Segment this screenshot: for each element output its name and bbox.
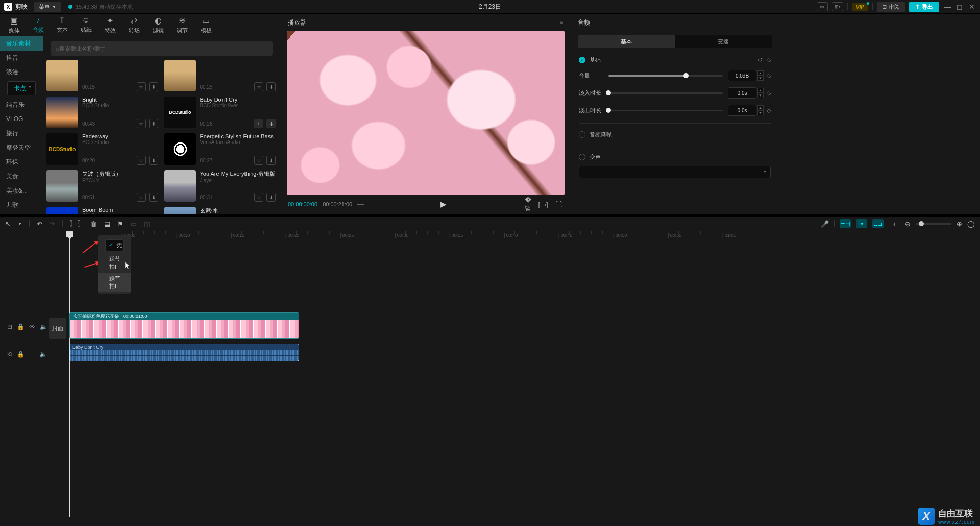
track-item[interactable]: 00:15☆⬇ — [46, 60, 158, 91]
category-美妆&...[interactable]: 美妆&... — [0, 183, 43, 198]
video-clip[interactable]: 实景拍摄粉色樱花花朵00:00:21:00 — [69, 312, 299, 339]
review-button[interactable]: ⊡审阅 — [877, 2, 905, 12]
tab-媒体[interactable]: ▣媒体 — [2, 16, 26, 34]
category-纯音乐[interactable]: 纯音乐 — [0, 98, 43, 112]
track-cover[interactable] — [46, 97, 78, 128]
search-input[interactable]: ⌕ 搜索歌曲名称/歌手 — [51, 41, 273, 56]
track-cover[interactable] — [46, 170, 78, 202]
basic-checkbox[interactable]: ✓ — [579, 57, 585, 63]
beat-tool[interactable]: ⬓ — [104, 220, 110, 228]
track-cover[interactable] — [46, 60, 78, 91]
scan-icon[interactable]: �범 — [523, 196, 533, 213]
select-tool[interactable]: ↖ — [5, 220, 11, 228]
category-儿歌[interactable]: 儿歌 — [0, 198, 43, 212]
noise-checkbox[interactable] — [579, 131, 585, 138]
fav-button[interactable]: ☆ — [254, 156, 263, 165]
align-icon[interactable]: ⫞ — [889, 219, 900, 228]
download-button[interactable]: ⬇ — [149, 193, 158, 202]
cover-tile[interactable]: 封面 — [49, 318, 66, 339]
fullscreen-icon[interactable]: ⛶ — [553, 201, 564, 208]
zoom-in[interactable]: ⊕ — [957, 220, 962, 228]
voice-select[interactable] — [579, 166, 771, 178]
fit-icon[interactable]: ◯ — [967, 220, 975, 228]
track-item[interactable]: You Are My Everything-剪辑版Jiaye00:31☆⬇ — [164, 170, 276, 202]
step-down[interactable]: ▼ — [757, 93, 764, 98]
param-value[interactable]: 0.0s — [728, 105, 756, 116]
fav-button[interactable]: ☆ — [254, 82, 263, 91]
download-button[interactable]: ⬇ — [266, 119, 276, 128]
audio-toggle-icon[interactable]: ⟲ — [7, 351, 12, 358]
audio-lock-icon[interactable]: 🔒 — [17, 351, 24, 358]
track-item[interactable]: 玄武·水JINACTION☆⬇ — [164, 207, 276, 214]
param-keyframe-icon[interactable]: ◇ — [767, 107, 771, 114]
subtab-basic[interactable]: 基本 — [578, 35, 675, 48]
fav-button[interactable]: ☆ — [254, 193, 263, 202]
dropdown-item[interactable]: 踩节拍II — [98, 273, 131, 292]
category-旅行[interactable]: 旅行 — [0, 126, 43, 140]
audio-mute-icon[interactable]: 🔈 — [39, 351, 47, 358]
track-eye-icon[interactable]: 👁 — [29, 323, 35, 330]
close-button[interactable]: ✕ — [968, 3, 976, 11]
download-button[interactable]: ⬇ — [149, 82, 158, 91]
reset-icon[interactable]: ↺ — [758, 57, 763, 63]
player-menu-icon[interactable]: ≡ — [560, 19, 564, 26]
step-up[interactable]: ▲ — [757, 70, 764, 76]
layout-button-2[interactable]: ⊞▾ — [832, 2, 843, 11]
param-keyframe-icon[interactable]: ◇ — [767, 73, 771, 79]
track-cover[interactable]: BCDStudio — [164, 97, 196, 128]
voice-checkbox[interactable] — [579, 154, 585, 160]
tab-特效[interactable]: ✦特效 — [98, 16, 122, 34]
category-浪漫[interactable]: 浪漫 — [0, 65, 43, 79]
param-slider[interactable] — [608, 75, 723, 77]
minimize-button[interactable]: — — [943, 3, 951, 11]
keyframe-icon[interactable]: ◇ — [767, 57, 771, 63]
subtab-speed[interactable]: 变速 — [675, 35, 772, 48]
magnet-3[interactable]: ⊏⊐ — [872, 219, 884, 228]
select-mode[interactable]: ▼ — [18, 222, 22, 226]
param-value[interactable]: 0.0dB — [728, 70, 756, 81]
magnet-2[interactable]: ✦ — [856, 219, 867, 228]
layout-button-1[interactable]: ▭ — [817, 2, 828, 11]
track-item[interactable]: Energetic Stylish Future BassVensAdamsAu… — [164, 133, 276, 165]
flag-tool[interactable]: ⚑ — [117, 220, 124, 228]
track-mute-icon[interactable]: 🔈 — [40, 323, 47, 330]
category-VLOG[interactable]: VLOG — [0, 112, 43, 126]
param-slider[interactable] — [608, 110, 723, 111]
step-down[interactable]: ▼ — [757, 76, 764, 81]
list-icon[interactable] — [357, 203, 364, 206]
param-slider[interactable] — [608, 92, 723, 94]
download-button[interactable]: ⬇ — [149, 119, 158, 128]
fav-button[interactable]: ☆ — [137, 156, 146, 165]
redo-button[interactable]: ↷ — [50, 220, 55, 228]
zoom-out[interactable]: ⊖ — [905, 220, 911, 228]
vip-badge[interactable]: VIP — [852, 3, 868, 11]
mic-icon[interactable]: 🎤 — [821, 220, 829, 228]
download-button[interactable]: ⬇ — [266, 193, 276, 202]
track-cover[interactable] — [164, 170, 196, 202]
split-tool[interactable]: 〗〖 — [70, 219, 83, 228]
download-button[interactable]: ⬇ — [266, 82, 276, 91]
track-collapse-icon[interactable]: ⊟ — [7, 323, 12, 330]
track-item[interactable]: 失波（剪辑版）R7CKY00:51☆⬇ — [46, 170, 158, 202]
step-up[interactable]: ▲ — [757, 105, 764, 110]
menu-button[interactable]: 菜单▼ — [34, 2, 61, 12]
track-lock-icon[interactable]: 🔒 — [17, 323, 24, 330]
track-item[interactable]: BCDStudioBaby Don't CryBCD Studio 9ver00… — [164, 97, 276, 128]
fav-button[interactable]: ☆ — [137, 193, 146, 202]
export-button[interactable]: ⬆导出 — [909, 2, 939, 12]
category-卡点[interactable]: 卡点 — [7, 81, 36, 95]
undo-button[interactable]: ↶ — [37, 220, 42, 228]
track-item[interactable]: BOOMBoom BoomCHYL☆⬇ — [46, 207, 158, 214]
track-cover[interactable] — [164, 60, 196, 91]
tab-音频[interactable]: ♪音频 — [26, 16, 50, 34]
tab-贴纸[interactable]: ☺贴纸 — [74, 16, 98, 34]
playhead[interactable] — [69, 231, 70, 517]
track-item[interactable]: BCDStudioFadeawayBCD Studio00:20☆⬇ — [46, 133, 158, 165]
dropdown-item[interactable]: 无 — [105, 239, 124, 251]
download-button[interactable]: ⬇ — [149, 156, 158, 165]
zoom-slider[interactable] — [916, 223, 951, 225]
add-button[interactable]: + — [254, 119, 263, 128]
delete-tool[interactable]: 🗑 — [90, 220, 97, 228]
audio-clip[interactable]: Baby Don't Cry — [69, 344, 299, 361]
track-cover[interactable]: BCDStudio — [46, 133, 78, 165]
